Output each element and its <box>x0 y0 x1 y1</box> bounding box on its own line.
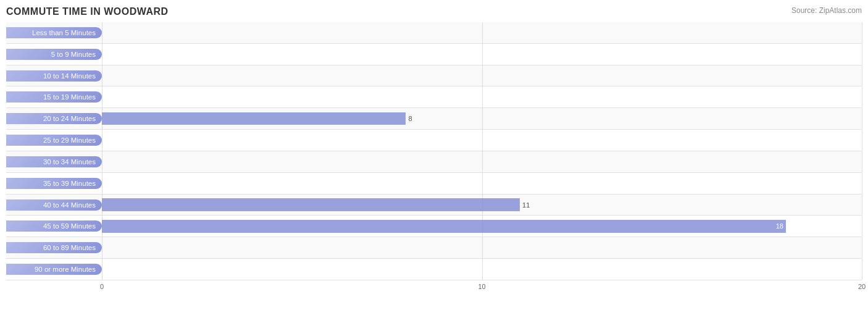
bar-area <box>102 65 862 86</box>
table-row: 5 to 9 Minutes <box>6 44 862 65</box>
row-label: 25 to 29 Minutes <box>6 135 102 146</box>
row-label: 20 to 24 Minutes <box>6 113 102 124</box>
row-label: Less than 5 Minutes <box>6 27 102 38</box>
row-label: 10 to 14 Minutes <box>6 70 102 82</box>
chart-area: Less than 5 Minutes5 to 9 Minutes10 to 1… <box>6 22 862 293</box>
bar-area <box>102 130 862 151</box>
table-row: 10 to 14 Minutes <box>6 65 862 87</box>
table-row: 30 to 34 Minutes <box>6 151 862 173</box>
table-row: 40 to 44 Minutes11 <box>6 195 862 216</box>
row-label: 5 to 9 Minutes <box>6 49 102 60</box>
table-row: Less than 5 Minutes <box>6 22 862 44</box>
x-tick-label: 0 <box>100 283 104 290</box>
bar-area <box>102 173 862 194</box>
row-label: 45 to 59 Minutes <box>6 220 102 232</box>
x-tick-label: 20 <box>858 283 866 290</box>
bar-area <box>102 86 862 107</box>
x-tick-label: 10 <box>478 283 485 290</box>
row-label: 40 to 44 Minutes <box>6 199 102 211</box>
x-axis: 01020 <box>102 280 862 293</box>
table-row: 60 to 89 Minutes <box>6 237 862 259</box>
table-row: 15 to 19 Minutes <box>6 86 862 108</box>
table-row: 25 to 29 Minutes <box>6 130 862 151</box>
bar-area <box>102 22 862 43</box>
bar-area <box>102 259 862 280</box>
row-label: 15 to 19 Minutes <box>6 91 102 103</box>
bar-value: 18 <box>776 222 783 230</box>
row-label: 90 or more Minutes <box>6 264 102 275</box>
bar-area: 18 <box>102 216 862 237</box>
bar-area: 8 <box>102 108 862 129</box>
bar-area <box>102 151 862 172</box>
row-label: 60 to 89 Minutes <box>6 242 102 253</box>
table-row: 20 to 24 Minutes8 <box>6 108 862 130</box>
chart-container: COMMUTE TIME IN WOODWARD Source: ZipAtla… <box>0 0 868 323</box>
bar-area: 11 <box>102 195 862 216</box>
table-row: 45 to 59 Minutes18 <box>6 216 862 237</box>
bar-area <box>102 44 862 65</box>
source-label: Source: ZipAtlas.com <box>791 6 862 15</box>
bar: 11 <box>102 198 520 211</box>
bar-area <box>102 237 862 258</box>
bar-value: 8 <box>408 115 412 122</box>
row-label: 30 to 34 Minutes <box>6 156 102 167</box>
row-label: 35 to 39 Minutes <box>6 178 102 189</box>
chart-title: COMMUTE TIME IN WOODWARD <box>6 6 862 17</box>
bar: 8 <box>102 112 406 125</box>
rows-area: Less than 5 Minutes5 to 9 Minutes10 to 1… <box>6 22 862 280</box>
bar: 18 <box>102 220 786 232</box>
table-row: 35 to 39 Minutes <box>6 173 862 195</box>
table-row: 90 or more Minutes <box>6 259 862 280</box>
bar-value: 11 <box>522 201 530 209</box>
